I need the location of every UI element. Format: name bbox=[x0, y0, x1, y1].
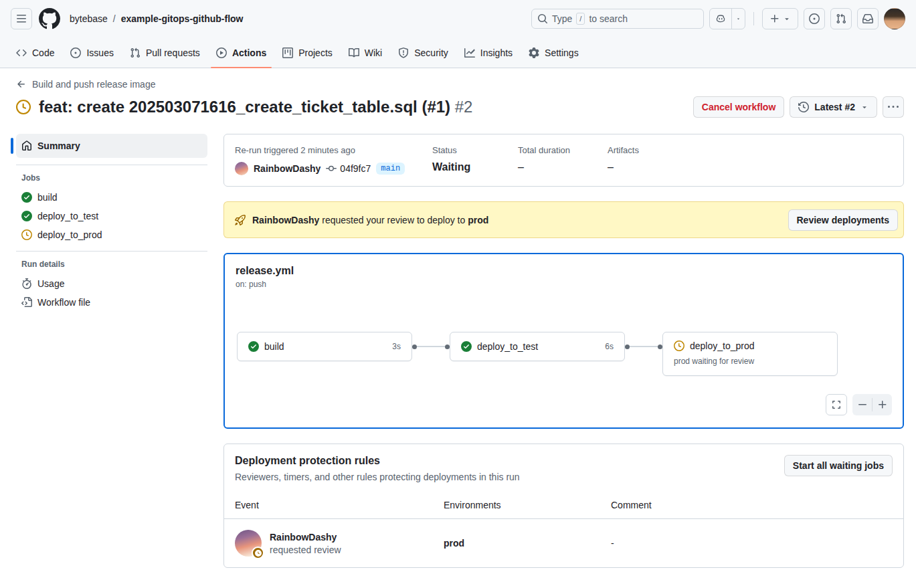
tab-label: Code bbox=[32, 47, 54, 58]
search-icon bbox=[537, 13, 548, 24]
event-text-block: RainbowDashy requested review bbox=[270, 532, 341, 555]
sidebar-job-deploy-to-test[interactable]: deploy_to_test bbox=[16, 207, 207, 225]
run-details-section-label: Run details bbox=[16, 254, 207, 274]
breadcrumb: bytebase / example-gitops-github-flow bbox=[70, 13, 243, 24]
branch-badge[interactable]: main bbox=[376, 163, 405, 175]
inbox-button[interactable] bbox=[857, 8, 879, 29]
sidebar-item-summary[interactable]: Summary bbox=[16, 134, 207, 158]
status-label: Status bbox=[432, 145, 518, 155]
run-sidebar: Summary Jobs build deploy_to_test deploy… bbox=[16, 134, 207, 568]
actor-avatar[interactable] bbox=[235, 162, 248, 175]
zoom-out-button[interactable] bbox=[852, 394, 872, 415]
event-cell: RainbowDashy requested review bbox=[235, 530, 444, 557]
copilot-split-button bbox=[709, 8, 745, 29]
tab-pull-requests[interactable]: Pull requests bbox=[124, 37, 205, 68]
user-avatar[interactable] bbox=[884, 8, 905, 29]
inbox-icon bbox=[862, 13, 873, 24]
breadcrumb-repo[interactable]: example-gitops-github-flow bbox=[121, 13, 244, 24]
tab-projects[interactable]: Projects bbox=[277, 37, 338, 68]
arrow-left-icon bbox=[16, 79, 27, 90]
graph-node-deploy-to-test[interactable]: deploy_to_test 6s bbox=[450, 332, 625, 361]
tab-code[interactable]: Code bbox=[11, 37, 60, 68]
project-icon bbox=[282, 47, 293, 58]
sidebar-job-build[interactable]: build bbox=[16, 188, 207, 207]
gear-icon bbox=[529, 47, 539, 58]
sidebar-item-usage[interactable]: Usage bbox=[16, 274, 207, 293]
chevron-down-icon bbox=[860, 103, 868, 111]
run-status-card: Re-run triggered 2 minutes ago RainbowDa… bbox=[223, 134, 904, 187]
back-to-workflow-link[interactable]: Build and push release image bbox=[16, 79, 155, 90]
issues-button[interactable] bbox=[804, 8, 825, 29]
github-logo-icon[interactable] bbox=[39, 8, 60, 29]
deployment-protection-rules-card: Deployment protection rules Reviewers, t… bbox=[223, 444, 904, 568]
top-header-left: bytebase / example-gitops-github-flow bbox=[11, 8, 243, 29]
rules-header: Deployment protection rules Reviewers, t… bbox=[224, 444, 903, 493]
tab-wiki[interactable]: Wiki bbox=[343, 37, 387, 68]
git-pull-request-icon bbox=[836, 13, 846, 24]
event-description: requested review bbox=[270, 545, 341, 555]
graph-node-deploy-to-prod[interactable]: deploy_to_prod prod waiting for review bbox=[662, 332, 838, 376]
check-circle-icon bbox=[21, 192, 32, 203]
repo-tab-bar: Code Issues Pull requests Actions Projec… bbox=[0, 37, 916, 68]
artifacts-label: Artifacts bbox=[608, 145, 693, 155]
workflow-graph: build 3s deploy_to_test 6s bbox=[237, 332, 892, 376]
reviewer-avatar[interactable] bbox=[235, 530, 262, 557]
tab-issues[interactable]: Issues bbox=[65, 37, 118, 68]
trigger-summary: Re-run triggered 2 minutes ago RainbowDa… bbox=[235, 145, 432, 175]
copilot-button[interactable] bbox=[710, 9, 731, 29]
tab-security[interactable]: Security bbox=[393, 37, 454, 68]
plus-icon bbox=[877, 399, 888, 410]
graph-connector bbox=[625, 332, 662, 361]
top-header: bytebase / example-gitops-github-flow Ty… bbox=[0, 0, 916, 37]
tab-insights[interactable]: Insights bbox=[459, 37, 518, 68]
graph-node-name: deploy_to_test bbox=[477, 341, 538, 352]
check-circle-icon bbox=[21, 211, 32, 221]
actor-name[interactable]: RainbowDashy bbox=[254, 163, 320, 174]
rules-subtitle: Reviewers, timers, and other rules prote… bbox=[235, 472, 520, 482]
zoom-in-button[interactable] bbox=[873, 394, 892, 415]
check-circle-icon bbox=[248, 341, 259, 352]
start-all-waiting-jobs-button[interactable]: Start all waiting jobs bbox=[784, 455, 893, 476]
search-input[interactable]: Type / to search bbox=[531, 9, 704, 29]
git-pull-request-icon bbox=[130, 47, 141, 58]
history-icon bbox=[798, 102, 809, 112]
cancel-workflow-button[interactable]: Cancel workflow bbox=[693, 96, 784, 118]
tab-label: Settings bbox=[545, 47, 579, 58]
reviewer-name[interactable]: RainbowDashy bbox=[270, 532, 341, 543]
trigger-actor-row: RainbowDashy 04f9fc7 main bbox=[235, 162, 432, 175]
screen-full-icon bbox=[831, 399, 842, 410]
review-message: requested your review to deploy to bbox=[322, 215, 465, 225]
pull-requests-button[interactable] bbox=[830, 8, 852, 29]
slash-key-hint: / bbox=[576, 13, 585, 25]
tab-actions[interactable]: Actions bbox=[211, 37, 272, 68]
commit-sha: 04f9fc7 bbox=[340, 163, 371, 174]
tab-settings[interactable]: Settings bbox=[523, 37, 584, 68]
run-actions: Cancel workflow Latest #2 bbox=[693, 96, 904, 118]
graph-node-duration: 3s bbox=[392, 342, 401, 351]
sidebar-item-workflow-file[interactable]: Workflow file bbox=[16, 293, 207, 312]
review-deployments-button[interactable]: Review deployments bbox=[788, 209, 899, 231]
shield-icon bbox=[398, 47, 409, 58]
create-new-button[interactable] bbox=[762, 8, 798, 29]
issue-opened-icon bbox=[70, 47, 81, 58]
connector-dot bbox=[658, 345, 662, 349]
breadcrumb-separator: / bbox=[113, 13, 116, 24]
fullscreen-button[interactable] bbox=[826, 394, 847, 415]
hamburger-menu-button[interactable] bbox=[11, 8, 32, 29]
header-divider bbox=[753, 12, 754, 25]
waiting-badge-icon bbox=[252, 547, 264, 559]
commit-link[interactable]: 04f9fc7 bbox=[326, 163, 371, 174]
graph-node-name: build bbox=[264, 341, 284, 352]
issue-opened-icon bbox=[809, 13, 820, 24]
usage-label: Usage bbox=[37, 278, 64, 289]
latest-run-dropdown-button[interactable]: Latest #2 bbox=[790, 96, 877, 118]
graph-node-build[interactable]: build 3s bbox=[237, 332, 412, 361]
copilot-dropdown-button[interactable] bbox=[731, 9, 745, 29]
more-options-button[interactable] bbox=[883, 96, 904, 118]
sidebar-job-deploy-to-prod[interactable]: deploy_to_prod bbox=[16, 225, 207, 244]
code-icon bbox=[16, 47, 27, 58]
comment-cell: - bbox=[611, 538, 893, 549]
trigger-text: Re-run triggered 2 minutes ago bbox=[235, 145, 432, 155]
table-row: RainbowDashy requested review prod - bbox=[224, 519, 903, 567]
breadcrumb-owner[interactable]: bytebase bbox=[70, 13, 108, 24]
